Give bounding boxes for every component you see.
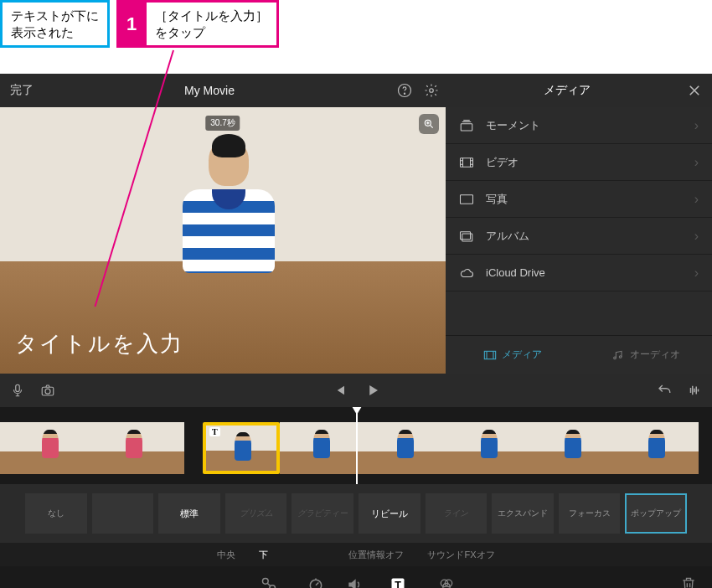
title-style-popup[interactable]: ポップアップ bbox=[625, 493, 687, 534]
media-panel-title: メディア bbox=[459, 83, 675, 98]
svg-rect-4 bbox=[461, 123, 472, 130]
waveform-icon[interactable] bbox=[687, 383, 702, 398]
svg-point-14 bbox=[45, 389, 50, 394]
chevron-right-icon: › bbox=[694, 192, 699, 207]
chevron-right-icon: › bbox=[694, 229, 699, 244]
title-style-standard[interactable]: 標準 bbox=[158, 493, 220, 534]
video-preview[interactable]: 30.7秒 タイトルを入力 bbox=[0, 107, 446, 374]
svg-rect-5 bbox=[461, 157, 473, 167]
voiceover-icon[interactable] bbox=[10, 383, 25, 398]
tool-filter[interactable]: フィルタ bbox=[433, 576, 460, 588]
tool-title[interactable]: T タイトル bbox=[384, 576, 411, 588]
transport-bar bbox=[0, 374, 712, 407]
title-options-row: 中央 下 位置情報オフ サウンドFXオフ bbox=[0, 543, 712, 566]
location-toggle[interactable]: 位置情報オフ bbox=[348, 549, 404, 561]
media-item-photo[interactable]: 写真 › bbox=[446, 181, 712, 218]
title-style-row: なし 標準 プリズム グラビティー リビール ライン エクスパンド フォーカス … bbox=[0, 484, 712, 543]
tab-label: メディア bbox=[502, 348, 542, 362]
media-item-label: 写真 bbox=[486, 192, 508, 207]
tab-label: オーディオ bbox=[630, 348, 680, 362]
done-button[interactable]: 完了 bbox=[10, 83, 34, 98]
camera-icon[interactable] bbox=[40, 383, 55, 398]
duration-badge: 30.7秒 bbox=[205, 116, 240, 131]
chevron-right-icon: › bbox=[694, 266, 699, 281]
svg-text:T: T bbox=[395, 580, 401, 588]
position-center[interactable]: 中央 bbox=[217, 549, 235, 561]
title-style-prism[interactable]: プリズム bbox=[225, 493, 287, 534]
close-media-icon[interactable] bbox=[687, 83, 702, 98]
tool-volume[interactable]: 音量 bbox=[346, 576, 363, 588]
callout-step-number: 1 bbox=[116, 0, 147, 48]
help-icon[interactable] bbox=[397, 83, 412, 98]
title-style-line[interactable]: ライン bbox=[426, 493, 488, 534]
playhead[interactable] bbox=[356, 407, 358, 484]
svg-point-11 bbox=[619, 355, 622, 358]
skip-start-icon[interactable] bbox=[332, 383, 347, 398]
timeline[interactable]: T bbox=[0, 407, 712, 484]
callout-step-text: ［タイトルを入力］ をタップ bbox=[147, 0, 279, 48]
svg-point-17 bbox=[310, 580, 321, 588]
title-text-overlay[interactable]: タイトルを入力 bbox=[15, 329, 183, 358]
settings-icon[interactable] bbox=[424, 83, 439, 98]
title-style-none[interactable]: なし bbox=[25, 493, 87, 534]
tab-audio[interactable]: オーディオ bbox=[579, 336, 712, 374]
imovie-app: 完了 My Movie メディア 30.7秒 タイトルを入力 bbox=[0, 74, 712, 588]
title-style-expand[interactable]: エクスパンド bbox=[492, 493, 554, 534]
title-style-focus[interactable]: フォーカス bbox=[559, 493, 621, 534]
zoom-icon[interactable] bbox=[419, 114, 439, 134]
delete-button[interactable]: 削除 bbox=[680, 575, 697, 589]
media-item-icloud[interactable]: iCloud Drive › bbox=[446, 255, 712, 291]
undo-icon[interactable] bbox=[657, 383, 672, 398]
position-bottom[interactable]: 下 bbox=[259, 549, 268, 561]
top-bar: 完了 My Movie メディア bbox=[0, 74, 712, 107]
tab-media[interactable]: メディア bbox=[446, 336, 579, 374]
selected-clip[interactable]: T bbox=[203, 422, 280, 474]
chevron-right-icon: › bbox=[694, 155, 699, 170]
title-style-reveal[interactable]: リビール bbox=[359, 493, 420, 534]
svg-rect-9 bbox=[484, 351, 495, 358]
bottom-toolbar: アクション 速度 音量 T タイトル フィルタ 削除 bbox=[0, 566, 712, 588]
callout-text-displayed: テキストが下に 表示された bbox=[0, 0, 110, 48]
callout-step-1: 1 ［タイトルを入力］ をタップ bbox=[116, 0, 279, 48]
svg-rect-12 bbox=[16, 384, 20, 391]
tool-speed[interactable]: 速度 bbox=[307, 576, 324, 588]
media-item-label: ビデオ bbox=[486, 155, 519, 170]
media-item-label: アルバム bbox=[486, 229, 529, 244]
media-panel: モーメント › ビデオ › 写真 › アルバム › bbox=[446, 107, 712, 374]
project-title: My Movie bbox=[184, 84, 235, 97]
title-style-gravity[interactable]: グラビティー bbox=[292, 493, 353, 534]
svg-point-2 bbox=[430, 89, 434, 93]
title-badge: T bbox=[209, 427, 220, 436]
media-item-video[interactable]: ビデオ › bbox=[446, 144, 712, 181]
chevron-right-icon: › bbox=[694, 118, 699, 133]
svg-point-10 bbox=[613, 357, 616, 359]
media-item-label: モーメント bbox=[486, 118, 540, 133]
media-item-moments[interactable]: モーメント › bbox=[446, 107, 712, 144]
media-item-label: iCloud Drive bbox=[486, 266, 545, 279]
media-item-album[interactable]: アルバム › bbox=[446, 218, 712, 255]
tool-action[interactable]: アクション bbox=[252, 576, 286, 588]
title-style-1[interactable] bbox=[92, 493, 154, 534]
svg-point-1 bbox=[404, 93, 405, 94]
play-icon[interactable] bbox=[365, 383, 380, 398]
svg-rect-6 bbox=[461, 194, 473, 204]
soundfx-toggle[interactable]: サウンドFXオフ bbox=[427, 549, 494, 561]
